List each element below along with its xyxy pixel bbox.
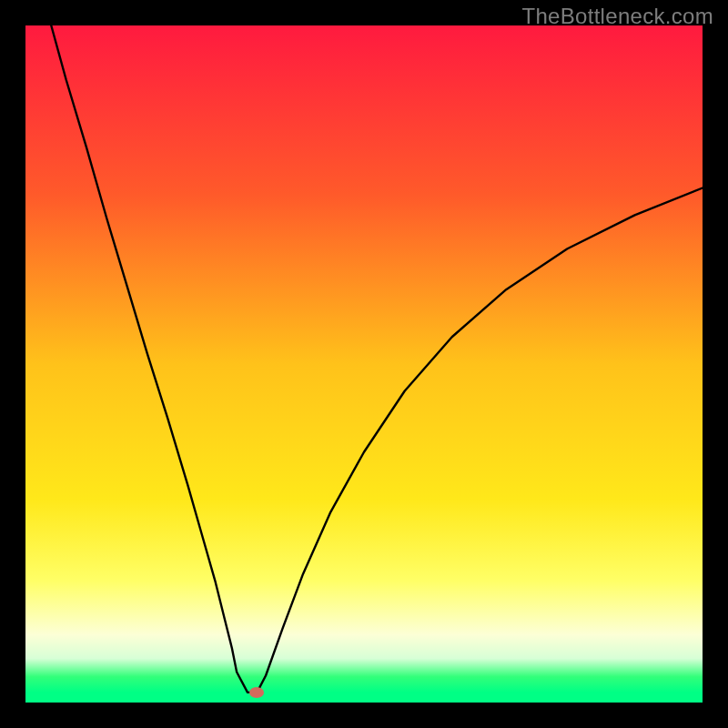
plot-area — [25, 25, 703, 703]
chart-frame: TheBottleneck.com — [0, 0, 728, 728]
minimum-point-marker — [249, 687, 264, 698]
watermark-text: TheBottleneck.com — [521, 4, 713, 29]
gradient-background — [25, 25, 703, 703]
chart-svg — [25, 25, 703, 703]
